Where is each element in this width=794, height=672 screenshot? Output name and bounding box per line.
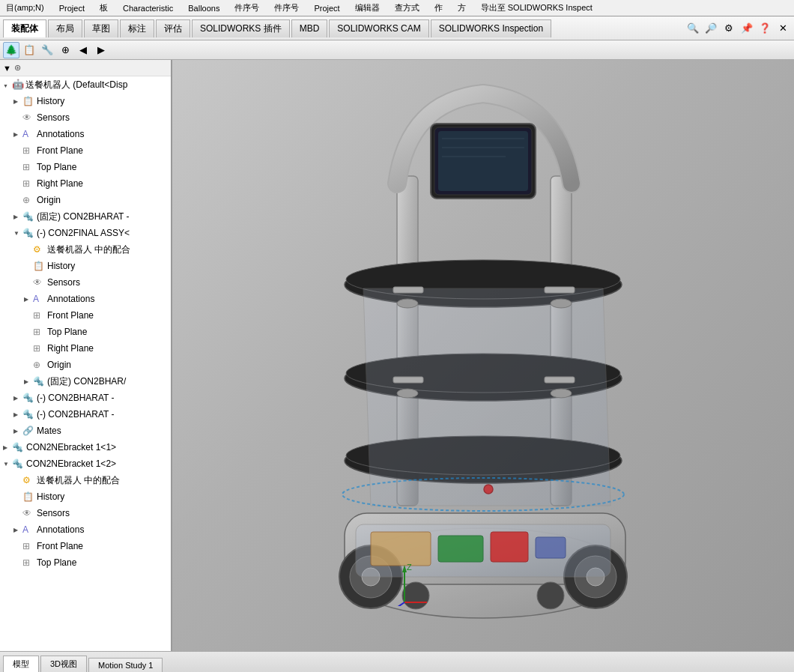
tree-icon-topplane1: ⊞ (22, 162, 34, 172)
tree-icon-annotations1: A (22, 129, 34, 139)
menu-item-file[interactable]: 目(amp;N) (3, 1, 47, 15)
help-icon[interactable]: ❓ (757, 20, 773, 37)
tree-items: ▶📋History👁Sensors▶AAnnotations⊞Front Pla… (0, 93, 171, 571)
tab-motion-study[interactable]: Motion Study 1 (88, 658, 163, 672)
main-area: ▼ ⊛ 🤖 送餐机器人 (Default<Disp ▶📋History👁Sens… (0, 60, 794, 651)
tab-3dview[interactable]: 3D视图 (40, 656, 87, 672)
tab-sketch[interactable]: 草图 (84, 19, 118, 37)
tree-arrow-con2final: ▼ (13, 230, 22, 237)
tree-icon-topplane2: ⊞ (33, 327, 45, 337)
tree-item-history1[interactable]: ▶📋History (0, 93, 171, 109)
3d-viewport[interactable]: Z X Y (172, 60, 794, 651)
tree-item-sensors1[interactable]: 👁Sensors (0, 109, 171, 126)
tree-item-con2bharat1[interactable]: ▶🔩(固定) CON2BHARAT - (0, 208, 171, 225)
tree-item-con2final_sub1[interactable]: ⚙送餐机器人 中的配合 (0, 241, 171, 258)
tree-icon-con2bharat3: 🔩 (22, 393, 34, 403)
nav-left-icon[interactable]: ◀ (75, 42, 91, 58)
tree-item-sensors3[interactable]: 👁Sensors (0, 505, 171, 521)
tree-icon-con2bharat2: 🔩 (33, 376, 45, 387)
tree-item-con2bharat3[interactable]: ▶🔩(-) CON2BHARAT - (0, 390, 171, 406)
svg-point-38 (397, 299, 418, 308)
tree-item-topplane2[interactable]: ⊞Top Plane (0, 324, 171, 340)
tree-label-history2: History (47, 261, 75, 271)
svg-rect-13 (491, 532, 528, 562)
tree-item-con2final[interactable]: ▼🔩(-) CON2FINAL ASSY< (0, 225, 171, 241)
tab-model[interactable]: 模型 (3, 656, 39, 672)
tree-label-topplane3: Top Plane (37, 557, 76, 568)
tree-label-rightplane2: Right Plane (47, 343, 94, 354)
tree-item-origin2[interactable]: ⊕Origin (0, 357, 171, 373)
tree-arrow-annotations2: ▶ (24, 296, 33, 303)
config-manager-icon[interactable]: 🔧 (39, 42, 55, 58)
tree-label-frontplane1: Front Plane (37, 145, 83, 156)
feature-toolbar: 🌲 📋 🔧 ⊕ ◀ ▶ (0, 40, 794, 60)
tree-root[interactable]: 🤖 送餐机器人 (Default<Disp (0, 76, 171, 93)
tree-item-frontplane2[interactable]: ⊞Front Plane (0, 307, 171, 324)
tree-icon-sensors3: 👁 (22, 508, 34, 518)
menu-item-balloons[interactable]: Balloons (185, 2, 222, 14)
cam-manager-icon[interactable]: ⊕ (57, 42, 73, 58)
tree-arrow-mates1: ▶ (13, 428, 22, 435)
tree-item-con2bharat2[interactable]: ▶🔩(固定) CON2BHAR/ (0, 373, 171, 390)
menu-item-board[interactable]: 板 (97, 1, 111, 15)
tree-icon-con2nebracket2_sub1: ⚙ (22, 475, 34, 485)
tree-item-con2nebracket2_sub1[interactable]: ⚙送餐机器人 中的配合 (0, 472, 171, 488)
tree-item-con2nebracket2[interactable]: ▼🔩CON2NEbracket 1<2> (0, 455, 171, 472)
settings-icon[interactable]: ⚙ (721, 20, 737, 37)
svg-text:Y: Y (384, 605, 390, 606)
pin-icon[interactable]: 📌 (739, 20, 755, 37)
tree-label-topplane1: Top Plane (37, 162, 76, 172)
search-icon[interactable]: 🔍 (685, 20, 701, 37)
tree-item-topplane3[interactable]: ⊞Top Plane (0, 554, 171, 571)
menu-item-project[interactable]: Project (56, 2, 88, 14)
close-icon[interactable]: ✕ (775, 20, 791, 37)
tree-item-rightplane2[interactable]: ⊞Right Plane (0, 340, 171, 357)
svg-rect-14 (536, 537, 566, 558)
tree-item-annotations1[interactable]: ▶AAnnotations (0, 126, 171, 142)
tree-item-annotations3[interactable]: ▶AAnnotations (0, 521, 171, 538)
tree-item-con2bharat4[interactable]: ▶🔩(-) CON2BHARAT - (0, 406, 171, 423)
menu-item-export[interactable]: 导出至 SOLIDWORKS Inspect (478, 1, 596, 15)
menu-item-part-no1[interactable]: 件序号 (231, 1, 262, 15)
tab-sw-cam[interactable]: SOLIDWORKS CAM (329, 19, 428, 37)
bottom-tab-bar: 模型 3D视图 Motion Study 1 (0, 651, 794, 672)
tree-item-sensors2[interactable]: 👁Sensors (0, 274, 171, 291)
menu-item-view[interactable]: 查方式 (392, 1, 422, 15)
tree-item-origin1[interactable]: ⊕Origin (0, 192, 171, 208)
filter-label: ⊛ (14, 63, 21, 73)
tree-item-mates1[interactable]: ▶🔗Mates (0, 423, 171, 439)
menu-item-editor[interactable]: 编辑器 (352, 1, 383, 15)
robot-model (273, 64, 693, 648)
menu-item-part-no2[interactable]: 件序号 (271, 1, 302, 15)
tree-item-history3[interactable]: 📋History (0, 488, 171, 505)
tree-item-history2[interactable]: 📋History (0, 258, 171, 274)
nav-right-icon[interactable]: ▶ (93, 42, 109, 58)
tree-arrow-con2bharat3: ▶ (13, 395, 22, 402)
tree-arrow-annotations1: ▶ (13, 131, 22, 138)
tab-layout[interactable]: 布局 (48, 19, 82, 37)
tree-item-frontplane1[interactable]: ⊞Front Plane (0, 142, 171, 159)
menu-item-characteristic[interactable]: Characteristic (120, 2, 176, 14)
tree-item-rightplane1[interactable]: ⊞Right Plane (0, 175, 171, 192)
tree-item-annotations2[interactable]: ▶AAnnotations (0, 291, 171, 307)
menu-item-direction[interactable]: 方 (455, 1, 469, 15)
tree-item-topplane1[interactable]: ⊞Top Plane (0, 159, 171, 175)
tab-assembly[interactable]: 装配体 (3, 19, 46, 37)
feature-tree-icon[interactable]: 🌲 (3, 42, 19, 58)
tab-markup[interactable]: 标注 (120, 19, 154, 37)
tab-sw-inspection[interactable]: SOLIDWORKS Inspection (431, 19, 551, 37)
tab-mbd[interactable]: MBD (291, 19, 328, 37)
tab-evaluate[interactable]: 评估 (156, 19, 190, 37)
menu-item-action[interactable]: 作 (431, 1, 446, 15)
filter-icon[interactable]: ▼ (3, 64, 11, 73)
tab-sw-plugins[interactable]: SOLIDWORKS 插件 (192, 19, 290, 37)
tree-icon-con2bharat4: 🔩 (22, 409, 34, 420)
tree-arrow-annotations3: ▶ (13, 527, 22, 533)
property-manager-icon[interactable]: 📋 (21, 42, 37, 58)
svg-rect-37 (545, 377, 575, 383)
tree-item-con2nebracket1[interactable]: ▶🔩CON2NEbracket 1<1> (0, 439, 171, 455)
search2-icon[interactable]: 🔎 (703, 20, 719, 37)
menu-item-project2[interactable]: Project (311, 2, 342, 14)
tree-item-frontplane3[interactable]: ⊞Front Plane (0, 538, 171, 554)
tree-icon-sensors2: 👁 (33, 277, 45, 288)
